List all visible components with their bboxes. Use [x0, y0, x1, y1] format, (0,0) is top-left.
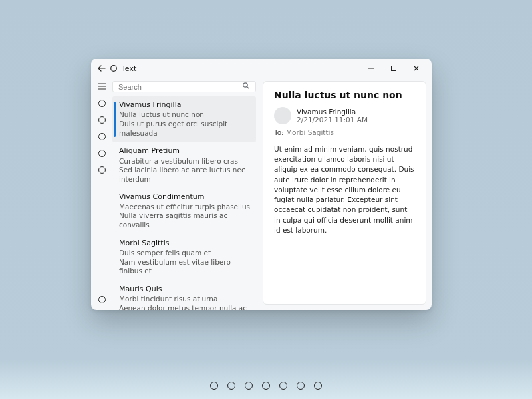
svg-rect-2	[392, 66, 396, 71]
message-list-pane: Vivamus FringillaNulla luctus ut nunc no…	[112, 78, 260, 310]
minimize-button[interactable]	[360, 59, 382, 78]
dock-page-indicator[interactable]	[297, 382, 305, 390]
svg-point-0	[111, 66, 117, 72]
reading-body: Ut enim ad minim veniam, quis nostrud ex…	[274, 144, 415, 235]
dock-page-indicator[interactable]	[245, 382, 253, 390]
window-title: Text	[122, 65, 136, 73]
message-sender: Morbi Sagittis	[119, 239, 251, 248]
app-logo-icon	[110, 65, 118, 72]
dock-page-indicator[interactable]	[279, 382, 287, 390]
circle-icon	[279, 382, 287, 390]
to-value: Morbi Sagittis	[286, 128, 334, 136]
dock-page-indicator[interactable]	[314, 382, 322, 390]
message-item[interactable]: Aliquam PretiumCurabitur a vestibulum li…	[112, 142, 256, 188]
circle-icon	[98, 150, 106, 157]
dock-page-indicator[interactable]	[262, 382, 270, 390]
circle-icon	[98, 133, 106, 140]
circle-icon	[210, 382, 218, 390]
circle-icon	[297, 382, 305, 390]
message-sender: Aliquam Pretium	[119, 146, 251, 156]
nav-rail	[91, 78, 112, 310]
rail-item[interactable]	[98, 100, 106, 107]
avatar	[274, 107, 291, 124]
circle-icon	[98, 296, 106, 303]
reading-pane: Nulla luctus ut nunc non Vivamus Fringil…	[263, 81, 426, 305]
circle-icon	[98, 116, 106, 124]
message-preview: Duis ut purus eget orci suscipit malesua…	[119, 120, 251, 138]
message-sender: Vivamus Fringilla	[119, 100, 251, 110]
circle-icon	[227, 382, 235, 390]
circle-icon	[98, 100, 106, 107]
circle-icon	[262, 382, 270, 390]
message-subject: Duis semper felis quam et	[119, 249, 251, 258]
rail-item[interactable]	[98, 133, 106, 140]
reading-to-line: To: Morbi Sagittis	[274, 128, 415, 136]
svg-point-6	[243, 83, 247, 87]
message-item[interactable]: Mauris QuisMorbi tincidunt risus at urna…	[112, 281, 256, 310]
reading-from: Vivamus Fringilla	[297, 108, 368, 116]
search-icon	[242, 82, 250, 92]
message-list: Vivamus FringillaNulla luctus ut nunc no…	[112, 96, 256, 310]
app-window: Text Vivamus F	[91, 59, 432, 310]
message-item[interactable]: Vivamus CondimentumMaecenas ut efficitur…	[112, 188, 256, 234]
circle-icon	[98, 166, 106, 174]
svg-line-7	[247, 87, 249, 89]
message-subject: Curabitur a vestibulum libero cras	[119, 157, 251, 166]
message-preview: Nam vestibulum est vitae libero finibus …	[119, 258, 251, 276]
message-sender: Vivamus Condimentum	[119, 192, 251, 201]
hamburger-button[interactable]	[97, 82, 106, 90]
dock-page-indicator[interactable]	[210, 382, 218, 390]
reading-subject: Nulla luctus ut nunc non	[274, 90, 415, 100]
reading-date: 2/21/2021 11:01 AM	[297, 116, 368, 124]
circle-icon	[245, 382, 253, 390]
titlebar: Text	[91, 59, 432, 78]
message-subject: Nulla luctus ut nunc non	[119, 110, 251, 120]
message-preview: Sed lacinia libero ac ante luctus nec in…	[119, 166, 251, 184]
rail-item[interactable]	[98, 166, 106, 174]
message-item[interactable]: Vivamus FringillaNulla luctus ut nunc no…	[112, 96, 256, 142]
maximize-button[interactable]	[382, 59, 405, 78]
circle-icon	[314, 382, 322, 390]
close-button[interactable]	[405, 59, 428, 78]
to-label: To:	[274, 128, 284, 136]
search-input[interactable]	[118, 83, 242, 91]
message-subject: Morbi tincidunt risus at urna	[119, 295, 251, 304]
dock-page-indicator[interactable]	[227, 382, 235, 390]
rail-bottom-item[interactable]	[98, 296, 106, 310]
rail-item[interactable]	[98, 150, 106, 157]
message-preview: Nulla viverra sagittis mauris ac convall…	[119, 211, 251, 229]
search-box[interactable]	[112, 81, 256, 92]
reading-header: Vivamus Fringilla 2/21/2021 11:01 AM	[274, 107, 415, 124]
page-indicator-dock	[0, 382, 532, 390]
rail-item[interactable]	[98, 116, 106, 124]
message-subject: Maecenas ut efficitur turpis phasellus	[119, 203, 251, 212]
message-sender: Mauris Quis	[119, 285, 251, 294]
back-button[interactable]	[98, 65, 106, 72]
message-item[interactable]: Morbi SagittisDuis semper felis quam etN…	[112, 235, 256, 281]
message-preview: Aenean dolor metus tempor nulla ac dapib…	[119, 304, 251, 310]
